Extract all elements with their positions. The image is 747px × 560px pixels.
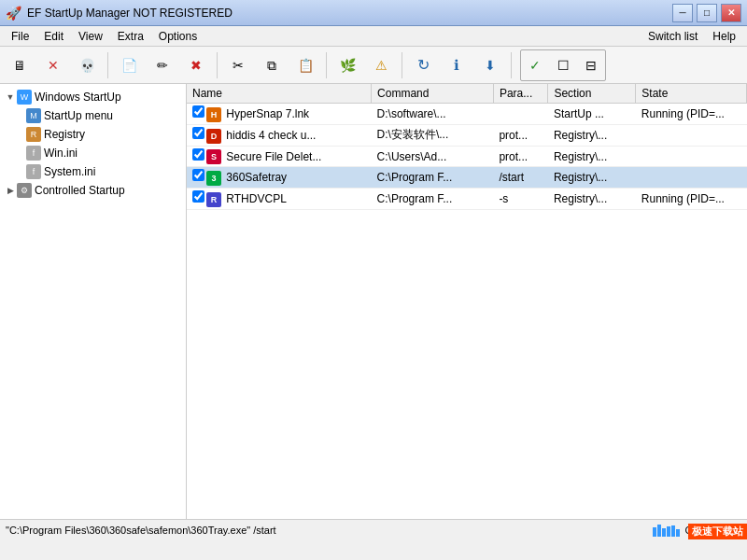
col-header-para[interactable]: Para... — [493, 84, 548, 104]
table-row[interactable]: R RTHDVCPLC:\Program F...-sRegistry\...R… — [187, 189, 747, 210]
row-para: /start — [493, 167, 548, 189]
sidebar-label-system-ini: System.ini — [44, 165, 95, 178]
sidebar-label-windows-startup: Windows StartUp — [35, 91, 121, 104]
row-para: prot... — [493, 146, 548, 167]
info-button[interactable] — [441, 49, 472, 81]
info-icon — [454, 57, 459, 74]
row-checkbox[interactable] — [192, 190, 204, 203]
col-header-state[interactable]: State — [636, 84, 747, 104]
sidebar-item-win-ini[interactable]: ▶ f Win.ini — [0, 144, 186, 162]
table-row[interactable]: D hiddis 4 check u...D:\安装软件\...prot...R… — [187, 124, 747, 146]
row-command: D:\software\... — [372, 104, 494, 125]
svg-rect-4 — [671, 525, 675, 537]
sidebar-label-win-ini: Win.ini — [44, 147, 78, 160]
title-bar: 🚀 EF StartUp Manager NOT REGISTERED ─ □ … — [0, 0, 747, 26]
table-body: H HyperSnap 7.lnkD:\software\...StartUp … — [187, 104, 747, 210]
menu-view[interactable]: View — [71, 28, 110, 45]
row-checkbox[interactable] — [192, 127, 204, 139]
row-state: Running (PID=... — [636, 189, 747, 210]
delete-icon — [190, 57, 202, 74]
uncheck-all-button[interactable] — [549, 50, 577, 80]
col-header-name[interactable]: Name — [187, 84, 372, 104]
check-all-button[interactable] — [521, 50, 549, 80]
maximize-button[interactable]: □ — [697, 4, 717, 22]
menu-extra[interactable]: Extra — [110, 28, 151, 45]
row-para: prot... — [493, 124, 548, 146]
menu-edit[interactable]: Edit — [36, 28, 71, 45]
win-ini-icon: f — [26, 146, 41, 161]
table-row[interactable]: S Secure File Delet...C:\Users\Ad...prot… — [187, 146, 747, 167]
download-button[interactable] — [474, 49, 506, 81]
refresh-button[interactable] — [407, 49, 439, 81]
close-button[interactable]: ✕ — [721, 4, 741, 22]
col-header-command[interactable]: Command — [372, 84, 494, 104]
sidebar-item-startup-menu[interactable]: ▶ M StartUp menu — [0, 106, 186, 125]
status-text: "C:\Program Files\360\360safe\safemon\36… — [6, 525, 645, 536]
menu-switch-list[interactable]: Switch list — [641, 28, 705, 45]
sidebar-item-registry[interactable]: ▶ R Registry — [0, 125, 186, 144]
row-command: D:\安装软件\... — [372, 124, 494, 146]
computer-button[interactable] — [4, 49, 35, 81]
row-section: Registry\... — [548, 167, 636, 189]
green-icon — [340, 57, 356, 74]
cut-button[interactable] — [222, 49, 254, 81]
row-section: Registry\... — [548, 189, 636, 210]
row-checkbox[interactable] — [192, 148, 204, 161]
skull-button[interactable] — [71, 49, 103, 81]
cancel-icon — [48, 57, 59, 74]
row-program-icon: H — [206, 107, 221, 122]
menu-help[interactable]: Help — [705, 28, 743, 45]
row-name: hiddis 4 check u... — [226, 129, 316, 142]
row-state: Running (PID=... — [636, 104, 747, 125]
menu-options[interactable]: Options — [151, 28, 204, 45]
sidebar: ▼ W Windows StartUp ▶ M StartUp menu ▶ R… — [0, 84, 187, 519]
list-area[interactable]: Name Command Para... Section State H Hyp… — [187, 84, 747, 519]
row-section: Registry\... — [548, 146, 636, 167]
row-section: Registry\... — [548, 124, 636, 146]
window-button[interactable] — [577, 50, 605, 80]
sidebar-item-system-ini[interactable]: ▶ f System.ini — [0, 162, 186, 181]
row-command: C:\Program F... — [372, 189, 494, 210]
row-name: RTHDVCPL — [226, 192, 286, 205]
startup-menu-icon: M — [26, 108, 41, 123]
warning-button[interactable] — [365, 49, 397, 81]
refresh-icon — [417, 56, 430, 74]
row-checkbox[interactable] — [192, 105, 204, 118]
page-button[interactable] — [113, 49, 145, 81]
menu-file[interactable]: File — [4, 28, 36, 45]
row-section: StartUp ... — [548, 104, 636, 125]
menu-bar: File Edit View Extra Options Switch list… — [0, 26, 747, 47]
edit-button[interactable] — [147, 49, 178, 81]
warning-icon — [375, 57, 388, 74]
minimize-button[interactable]: ─ — [672, 4, 693, 22]
table-row[interactable]: H HyperSnap 7.lnkD:\software\...StartUp … — [187, 104, 747, 125]
row-command: C:\Program F... — [372, 167, 494, 189]
computer-icon — [13, 57, 26, 74]
row-state — [636, 124, 747, 146]
row-name: HyperSnap 7.lnk — [226, 107, 309, 120]
green-button[interactable] — [331, 49, 363, 81]
window-icon — [585, 57, 597, 74]
check-icon — [529, 57, 541, 74]
status-bar: "C:\Program Files\360\360safe\safemon\36… — [0, 519, 747, 539]
sidebar-label-registry: Registry — [44, 128, 85, 141]
svg-rect-2 — [662, 528, 666, 537]
svg-rect-0 — [653, 527, 656, 537]
copy-button[interactable] — [256, 49, 288, 81]
paste-button[interactable] — [289, 49, 321, 81]
row-checkbox[interactable] — [192, 169, 204, 181]
toolbar-separator-5 — [511, 52, 512, 78]
table-header-row: Name Command Para... Section State — [187, 84, 747, 104]
registry-icon: R — [26, 127, 41, 142]
check-button-group — [520, 49, 606, 81]
sidebar-item-windows-startup[interactable]: ▼ W Windows StartUp — [0, 88, 186, 106]
row-program-icon: S — [206, 149, 221, 164]
sidebar-item-controlled-startup[interactable]: ▶ ⚙ Controlled Startup — [0, 181, 186, 200]
row-para — [493, 104, 548, 125]
delete-button[interactable] — [180, 49, 212, 81]
table-row[interactable]: 3 360SafetrayC:\Program F.../startRegist… — [187, 167, 747, 189]
app-icon: 🚀 — [6, 6, 21, 21]
cpu-chart-icon — [653, 524, 681, 537]
cancel-button[interactable] — [37, 49, 69, 81]
col-header-section[interactable]: Section — [548, 84, 636, 104]
